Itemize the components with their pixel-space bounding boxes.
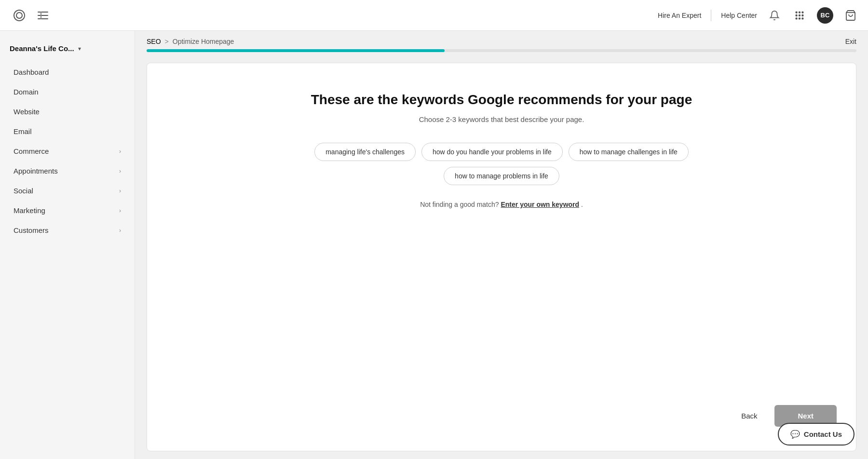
svg-rect-0 xyxy=(38,12,48,13)
sidebar-item-label: Marketing xyxy=(14,206,45,215)
logo[interactable] xyxy=(10,6,29,25)
svg-rect-2 xyxy=(38,18,48,19)
breadcrumb-row: SEO > Optimize Homepage Exit xyxy=(135,31,868,45)
svg-point-6 xyxy=(802,12,803,13)
not-finding-text: Not finding a good match? Enter your own… xyxy=(420,201,583,208)
help-center-link[interactable]: Help Center xyxy=(721,12,757,19)
progress-bar-container xyxy=(135,45,868,55)
back-button[interactable]: Back xyxy=(732,407,767,425)
header-divider xyxy=(711,10,711,21)
sidebar-chevron-icon: › xyxy=(119,148,121,155)
bell-icon[interactable] xyxy=(767,8,782,23)
breadcrumb-current-page: Optimize Homepage xyxy=(173,38,234,45)
sidebar-item-customers[interactable]: Customers› xyxy=(4,220,131,240)
sidebar-item-label: Domain xyxy=(14,88,39,96)
svg-rect-1 xyxy=(38,15,48,16)
svg-point-4 xyxy=(796,12,797,13)
chat-icon: 💬 xyxy=(790,430,800,439)
svg-point-9 xyxy=(802,14,803,16)
sidebar-item-email[interactable]: Email xyxy=(4,122,131,141)
top-header: Hire An Expert Help Center BC xyxy=(0,0,868,31)
grid-icon[interactable] xyxy=(792,8,807,23)
svg-rect-3 xyxy=(41,12,41,19)
card-subtitle: Choose 2-3 keywords that best describe y… xyxy=(419,115,584,123)
svg-point-5 xyxy=(799,12,800,13)
sidebar-chevron-icon: › xyxy=(119,227,121,234)
sidebar-item-website[interactable]: Website xyxy=(4,102,131,122)
sidebar-item-commerce[interactable]: Commerce› xyxy=(4,141,131,161)
progress-bar-track xyxy=(147,49,856,52)
breadcrumb: SEO > Optimize Homepage xyxy=(147,38,234,45)
contact-us-label: Contact Us xyxy=(804,430,842,438)
sidebar-toggle-button[interactable] xyxy=(35,9,51,22)
contact-us-button[interactable]: 💬 Contact Us xyxy=(778,423,854,446)
not-finding-suffix: . xyxy=(581,201,583,208)
sidebar-item-label: Customers xyxy=(14,226,49,234)
header-right-section: Hire An Expert Help Center BC xyxy=(658,7,858,24)
sidebar-item-label: Appointments xyxy=(14,167,58,175)
main-card: These are the keywords Google recommends… xyxy=(147,63,856,451)
svg-point-10 xyxy=(796,18,797,19)
svg-point-12 xyxy=(802,18,803,19)
sidebar-item-label: Commerce xyxy=(14,147,49,155)
not-finding-prefix: Not finding a good match? xyxy=(420,201,499,208)
sidebar-item-dashboard[interactable]: Dashboard xyxy=(4,62,131,82)
keywords-container: managing life's challengeshow do you han… xyxy=(309,143,694,185)
sidebar-chevron-icon: › xyxy=(119,188,121,194)
avatar[interactable]: BC xyxy=(817,7,833,24)
hire-expert-link[interactable]: Hire An Expert xyxy=(658,12,701,19)
cart-icon[interactable] xyxy=(843,8,858,23)
sidebar-brand-chevron-icon: ▾ xyxy=(78,45,81,52)
action-buttons: Back Next xyxy=(166,405,837,427)
svg-point-11 xyxy=(799,18,800,19)
progress-bar-fill xyxy=(147,49,445,52)
sidebar-item-social[interactable]: Social› xyxy=(4,181,131,201)
sidebar-item-label: Email xyxy=(14,127,32,135)
sidebar-brand[interactable]: Deanna's Life Co... ▾ xyxy=(0,39,135,62)
sidebar: Deanna's Life Co... ▾ DashboardDomainWeb… xyxy=(0,31,135,459)
keyword-pill-kw2[interactable]: how do you handle your problems in life xyxy=(421,143,563,161)
keyword-pill-kw3[interactable]: how to manage challenges in life xyxy=(569,143,689,161)
breadcrumb-separator: > xyxy=(165,38,169,45)
exit-link[interactable]: Exit xyxy=(845,38,856,45)
sidebar-item-label: Social xyxy=(14,187,33,195)
keyword-pill-kw1[interactable]: managing life's challenges xyxy=(314,143,416,161)
breadcrumb-seo-link[interactable]: SEO xyxy=(147,38,161,45)
keyword-pill-kw4[interactable]: how to manage problems in life xyxy=(444,167,559,185)
sidebar-item-marketing[interactable]: Marketing› xyxy=(4,201,131,220)
sidebar-item-domain[interactable]: Domain xyxy=(4,82,131,102)
enter-own-keyword-link[interactable]: Enter your own keyword xyxy=(501,201,579,208)
sidebar-nav: DashboardDomainWebsiteEmailCommerce›Appo… xyxy=(0,62,135,240)
svg-point-8 xyxy=(799,14,800,16)
sidebar-item-appointments[interactable]: Appointments› xyxy=(4,161,131,181)
sidebar-chevron-icon: › xyxy=(119,168,121,175)
sidebar-item-label: Website xyxy=(14,108,40,116)
content-area: SEO > Optimize Homepage Exit These are t… xyxy=(135,31,868,459)
sidebar-chevron-icon: › xyxy=(119,207,121,214)
sidebar-brand-name: Deanna's Life Co... xyxy=(10,44,74,53)
card-title: These are the keywords Google recommends… xyxy=(311,92,692,108)
sidebar-item-label: Dashboard xyxy=(14,68,49,76)
svg-point-7 xyxy=(796,14,797,16)
main-layout: Deanna's Life Co... ▾ DashboardDomainWeb… xyxy=(0,31,868,459)
